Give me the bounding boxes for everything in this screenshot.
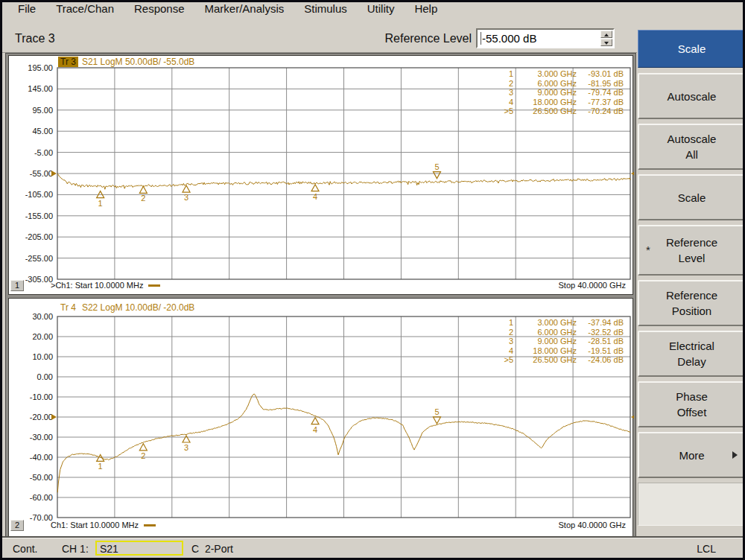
marker-1-symbol[interactable] [97, 454, 104, 461]
marker-readout: 13.000 GHz-93.01 dB26.000 GHz-81.95 dB39… [504, 69, 624, 115]
svg-text:30.00: 30.00 [32, 312, 53, 321]
marker-2-symbol[interactable] [139, 444, 147, 451]
softkey-more[interactable]: More [638, 432, 745, 478]
svg-text:6.000 GHz: 6.000 GHz [537, 79, 577, 88]
reference-level-arrow-left [51, 414, 57, 420]
arrow-down-icon [604, 42, 609, 45]
window-number-badge-2: 2 [10, 520, 24, 531]
svg-text:>5: >5 [504, 355, 513, 364]
softkey-menu-title[interactable]: Scale [638, 30, 745, 68]
svg-text:-205.00: -205.00 [25, 232, 53, 241]
svg-text:-60.00: -60.00 [30, 493, 53, 502]
svg-text:-37.94 dB: -37.94 dB [588, 318, 624, 327]
svg-text:3: 3 [509, 88, 513, 97]
svg-text:2: 2 [141, 451, 145, 460]
spin-down-button[interactable] [600, 39, 612, 46]
reference-level-input[interactable]: -55.000 dB [476, 28, 615, 48]
menu-item-stimulus[interactable]: Stimulus [304, 2, 347, 15]
svg-text:2: 2 [141, 194, 145, 203]
svg-text:18.000 GHz: 18.000 GHz [533, 346, 577, 355]
svg-text:-79.74 dB: -79.74 dB [588, 88, 624, 97]
active-function-indicator: * [646, 244, 650, 256]
svg-text:3.000 GHz: 3.000 GHz [537, 69, 577, 78]
sweep-status: Cont. [13, 543, 37, 555]
marker-readout: 13.000 GHz-37.94 dB26.000 GHz-32.52 dB39… [504, 318, 624, 364]
plot-area-2: 30.0020.0010.000.00-10.00-20.00-30.00-40… [9, 299, 634, 538]
marker-5-symbol[interactable] [433, 172, 440, 179]
svg-text:2: 2 [509, 328, 513, 337]
svg-text:26.500 GHz: 26.500 GHz [533, 355, 577, 364]
svg-text:-32.52 dB: -32.52 dB [588, 328, 624, 337]
svg-text:1: 1 [509, 318, 513, 327]
marker-3-symbol[interactable] [183, 436, 190, 442]
svg-text:45.00: 45.00 [32, 127, 53, 136]
svg-text:-105.00: -105.00 [25, 190, 53, 199]
text-caret [481, 32, 481, 45]
svg-text:3: 3 [184, 193, 188, 202]
svg-text:10.00: 10.00 [32, 352, 53, 361]
marker-3-symbol[interactable] [183, 185, 190, 192]
active-trace-label: Trace 3 [15, 32, 55, 45]
svg-text:-10.00: -10.00 [30, 392, 53, 401]
svg-text:-50.00: -50.00 [30, 473, 53, 482]
arrow-up-icon [604, 34, 609, 36]
svg-text:6.000 GHz: 6.000 GHz [537, 328, 577, 337]
spin-up-button[interactable] [600, 31, 612, 38]
softkey-phase-offset[interactable]: PhaseOffset [638, 381, 745, 427]
svg-text:-19.51 dB: -19.51 dB [588, 346, 624, 355]
softkey-empty-slot [638, 483, 745, 526]
start-frequency-label-1: >Ch1: Start 10.0000 MHz [51, 281, 143, 290]
marker-5-symbol[interactable] [433, 417, 440, 424]
menu-item-help[interactable]: Help [414, 2, 437, 15]
svg-text:-155.00: -155.00 [25, 211, 53, 220]
y-axis-labels: 195.00145.0095.0045.00-5.00-55.00-105.00… [25, 63, 53, 284]
svg-text:195.00: 195.00 [28, 63, 53, 72]
svg-text:5: 5 [434, 162, 439, 171]
measurement-box[interactable]: S21 [95, 541, 183, 556]
svg-text:4: 4 [313, 192, 317, 201]
menu-item-utility[interactable]: Utility [367, 2, 395, 15]
svg-text:3: 3 [184, 443, 188, 452]
marker-2-symbol[interactable] [139, 186, 147, 193]
menu-item-trace-chan[interactable]: Trace/Chan [56, 2, 114, 15]
window-number-badge-1: 1 [10, 280, 24, 291]
vna-application-window: FileTrace/ChanResponseMarker/AnalysisSti… [0, 0, 745, 560]
svg-text:-93.01 dB: -93.01 dB [588, 69, 624, 78]
menu-item-marker-analysis[interactable]: Marker/Analysis [205, 2, 285, 15]
chart-window-2: Tr 4S22 LogM 10.00dB/ -20.0dB 30.0020.00… [8, 298, 633, 538]
chart-footer-1: 1 >Ch1: Start 10.0000 MHz Stop 40.0000 G… [9, 280, 633, 293]
svg-text:2: 2 [509, 79, 513, 88]
menu-item-response[interactable]: Response [134, 2, 185, 15]
marker-4-symbol[interactable] [311, 418, 319, 424]
menu-item-file[interactable]: File [18, 2, 36, 15]
softkey-menu: Scale AutoscaleAutoscaleAllScaleReferenc… [638, 30, 745, 538]
svg-text:4: 4 [509, 98, 513, 106]
svg-text:20.00: 20.00 [32, 332, 53, 341]
svg-text:0.00: 0.00 [37, 372, 53, 381]
svg-text:18.000 GHz: 18.000 GHz [533, 98, 577, 106]
reference-level-arrow-right [631, 414, 634, 420]
svg-text:-28.51 dB: -28.51 dB [588, 337, 624, 346]
measurement-value: S21 [100, 543, 118, 555]
svg-text:3: 3 [509, 337, 513, 346]
stop-frequency-label-1: Stop 40.0000 GHz [558, 281, 626, 290]
svg-text:-77.37 dB: -77.37 dB [588, 98, 624, 106]
softkey-reference-position[interactable]: ReferencePosition [638, 280, 745, 326]
softkey-autoscale[interactable]: Autoscale [638, 73, 745, 119]
softkey-scale[interactable]: Scale [638, 174, 745, 220]
reference-level-arrow-left [51, 171, 57, 176]
start-frequency-label-2: Ch1: Start 10.0000 MHz [51, 521, 139, 529]
svg-text:1: 1 [509, 69, 513, 78]
submenu-arrow-icon [732, 451, 738, 459]
svg-text:4: 4 [313, 425, 317, 434]
local-remote-status: LCL [697, 543, 716, 555]
softkey-autoscale-all[interactable]: AutoscaleAll [638, 124, 745, 170]
svg-text:-20.00: -20.00 [30, 413, 53, 421]
channel-label: CH 1: [62, 543, 89, 555]
svg-text:>5: >5 [504, 106, 513, 115]
softkey-electrical-delay[interactable]: ElectricalDelay [638, 331, 745, 377]
marker-4-symbol[interactable] [311, 185, 319, 191]
softkey-reference-level[interactable]: ReferenceLevel* [638, 225, 745, 276]
svg-text:-255.00: -255.00 [25, 254, 53, 263]
calibration-status: C 2-Port [191, 543, 233, 555]
